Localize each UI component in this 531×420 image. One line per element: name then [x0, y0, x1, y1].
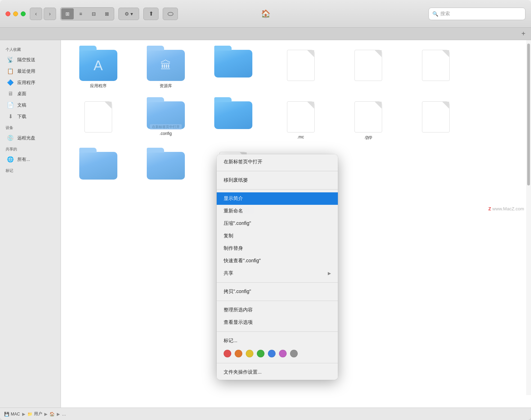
add-tab-button[interactable]: +: [519, 29, 528, 39]
ctx-sep-6: [217, 363, 338, 363]
column-view-button[interactable]: ⊟: [88, 8, 100, 19]
ctx-label: 快速查看".config": [224, 258, 261, 264]
ctx-open-tab[interactable]: 在新标签页中打开: [217, 156, 338, 168]
titlebar: ‹ › ⊞ ≡ ⊟ ⊠ ⚙ ▾ ⬆: [0, 0, 531, 28]
ctx-show-info[interactable]: 显示简介: [217, 192, 338, 205]
sidebar-item-label: 文稿: [17, 102, 26, 108]
ctx-move-trash[interactable]: 移到废纸篓: [217, 174, 338, 186]
ctx-copy-path[interactable]: 拷贝".config": [217, 285, 338, 298]
tag-color-green[interactable]: [257, 350, 264, 357]
ctx-sep-4: [217, 301, 338, 301]
ctx-sep-2: [217, 189, 338, 190]
search-bar[interactable]: 🔍 搜索: [429, 8, 525, 20]
chevron-right-icon: ›: [49, 11, 51, 17]
context-menu: 在新标签页中打开 移到废纸篓 显示简介: [217, 154, 338, 380]
ctx-view-options[interactable]: 查看显示选项: [217, 316, 338, 329]
downloads-icon: ⬇: [7, 113, 14, 120]
sidebar-item-applications[interactable]: 🔷 应用程序: [1, 77, 59, 88]
airdrop-icon: 📡: [7, 56, 14, 63]
file-area: A 应用程序 🏛 资源库: [61, 40, 531, 408]
sidebar-item-remote-disc[interactable]: 💿 远程光盘: [1, 133, 59, 143]
share-button[interactable]: ⬆: [143, 8, 159, 20]
documents-icon: 📄: [7, 102, 14, 108]
ctx-quick-look[interactable]: 快速查看".config": [217, 255, 338, 267]
breadcrumb-label: MAC: [11, 412, 20, 417]
breadcrumb-mac[interactable]: 💾 MAC: [4, 412, 20, 417]
recent-icon: 📋: [7, 68, 14, 74]
shared-label: 共享的: [0, 144, 61, 153]
breadcrumb-sep-2: ▶: [44, 412, 47, 417]
maximize-button[interactable]: [21, 11, 26, 16]
submenu-arrow-icon: ▶: [328, 271, 331, 276]
ctx-section-top: 在新标签页中打开: [217, 154, 338, 170]
ctx-section-trash: 移到废纸篓: [217, 173, 338, 188]
ctx-folder-actions[interactable]: 文件夹操作设置...: [217, 366, 338, 378]
tags-label: 标记: [0, 165, 61, 175]
ctx-label: 文件夹操作设置...: [224, 369, 262, 375]
ctx-share[interactable]: 共享 ▶: [217, 267, 338, 280]
ctx-section-footer: 文件夹操作设置...: [217, 365, 338, 380]
tag-button[interactable]: ⬭: [163, 8, 178, 20]
sidebar-item-label: 所有...: [17, 156, 30, 163]
ctx-label: 制作替身: [224, 245, 243, 252]
sidebar-item-airdrop[interactable]: 📡 隔空投送: [1, 54, 59, 65]
breadcrumb-sep-1: ▶: [22, 412, 25, 417]
context-menu-overlay: 在新标签页中打开 移到废纸篓 显示简介: [61, 40, 531, 408]
search-icon: 🔍: [432, 11, 438, 17]
tag-color-dots: [217, 347, 338, 360]
columns-icon: ⊟: [92, 11, 96, 17]
ctx-section-organize: 整理所选内容 查看显示选项: [217, 302, 338, 330]
back-button[interactable]: ‹: [30, 8, 42, 20]
tag-color-orange[interactable]: [235, 350, 242, 357]
ctx-label: 拷贝".config": [224, 289, 251, 295]
ctx-label: 重新命名: [224, 208, 243, 214]
sidebar-item-documents[interactable]: 📄 文稿: [1, 100, 59, 110]
main-area: 个人收藏 📡 隔空投送 📋 最近使用 🔷 应用程序 🖥 桌面 📄 文稿: [0, 40, 531, 408]
gear-icon: ⚙: [125, 11, 129, 17]
sidebar-item-recent[interactable]: 📋 最近使用: [1, 66, 59, 76]
breadcrumb-home[interactable]: 🏠: [50, 412, 55, 417]
sidebar-item-all[interactable]: 🌐 所有...: [1, 154, 59, 165]
ctx-copy[interactable]: 复制: [217, 230, 338, 242]
sidebar-item-label: 桌面: [17, 91, 26, 97]
share-icon: ⬆: [149, 10, 153, 17]
list-icon: ≡: [79, 11, 82, 17]
tag-color-purple[interactable]: [279, 350, 287, 357]
tag-color-yellow[interactable]: [246, 350, 253, 357]
ctx-label: 移到废纸篓: [224, 177, 248, 183]
tag-color-gray[interactable]: [290, 350, 298, 357]
grid-icon: ⊞: [65, 11, 70, 17]
search-placeholder: 搜索: [440, 11, 450, 17]
disc-icon: 💿: [7, 135, 14, 141]
ctx-sep-1: [217, 171, 338, 171]
tag-color-red[interactable]: [224, 350, 231, 357]
devices-label: 设备: [0, 122, 61, 132]
ctx-tag[interactable]: 标记...: [217, 335, 338, 347]
ctx-compress[interactable]: 压缩".config": [217, 217, 338, 230]
chevron-left-icon: ‹: [35, 11, 37, 17]
close-button[interactable]: [6, 11, 10, 16]
sidebar-item-downloads[interactable]: ⬇ 下载: [1, 111, 59, 122]
gallery-icon: ⊠: [105, 11, 109, 17]
favorites-label: 个人收藏: [0, 44, 61, 54]
forward-button[interactable]: ›: [44, 8, 56, 20]
arrange-button[interactable]: ⚙ ▾: [118, 8, 139, 20]
breadcrumb-users[interactable]: 📁 用户: [27, 411, 42, 417]
chevron-down-icon: ▾: [130, 11, 133, 17]
breadcrumb-label: 用户: [34, 411, 42, 417]
icon-view-button[interactable]: ⊞: [61, 8, 74, 19]
applications-icon: 🔷: [7, 79, 14, 86]
home-icon: 🏠: [261, 9, 270, 18]
ctx-rename[interactable]: 重新命名: [217, 205, 338, 217]
tag-icon: ⬭: [168, 10, 173, 18]
minimize-button[interactable]: [13, 11, 18, 16]
tag-color-blue[interactable]: [268, 350, 276, 357]
ctx-alias[interactable]: 制作替身: [217, 242, 338, 255]
ctx-organize[interactable]: 整理所选内容: [217, 304, 338, 316]
list-view-button[interactable]: ≡: [74, 8, 87, 19]
gallery-view-button[interactable]: ⊠: [101, 8, 113, 19]
home-breadcrumb-icon: 🏠: [50, 412, 55, 417]
sidebar-item-desktop[interactable]: 🖥 桌面: [1, 89, 59, 99]
ctx-label: 共享: [224, 270, 233, 276]
ctx-sep-5: [217, 331, 338, 332]
